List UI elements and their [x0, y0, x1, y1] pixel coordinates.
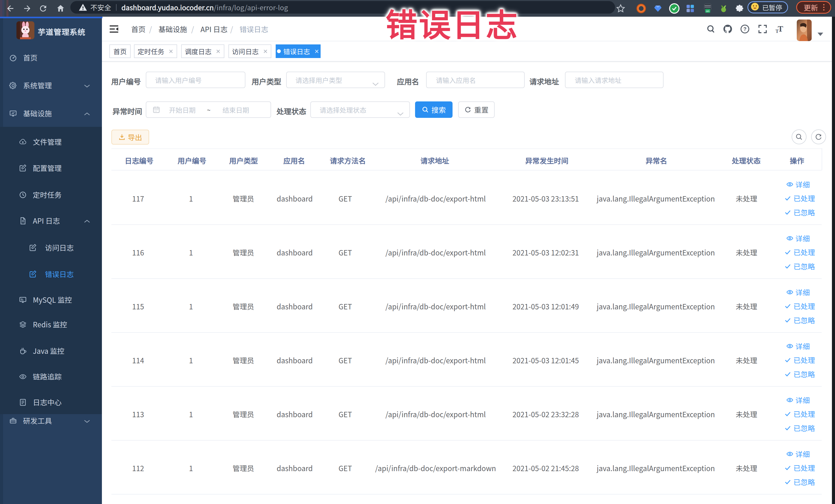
- svg-text:T: T: [775, 29, 778, 34]
- svg-text:?: ?: [744, 26, 747, 32]
- svg-text:on: on: [706, 9, 710, 13]
